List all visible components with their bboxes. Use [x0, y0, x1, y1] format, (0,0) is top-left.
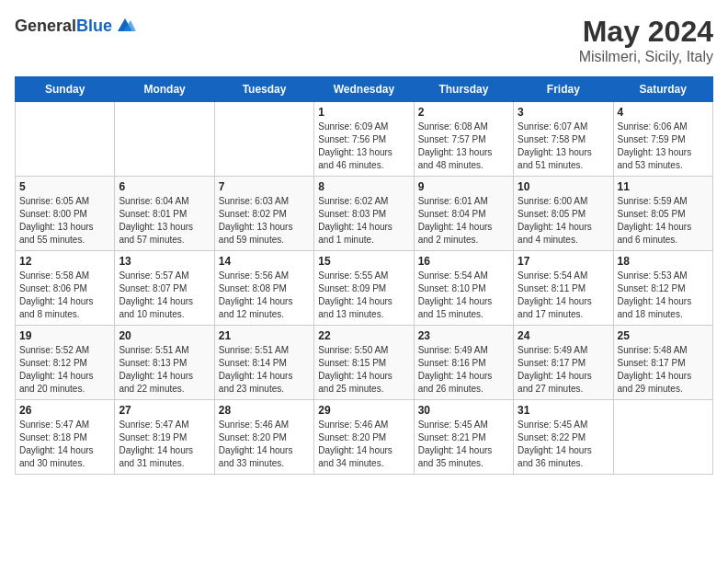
- day-number: 21: [219, 329, 310, 342]
- day-info: Sunrise: 5:47 AM Sunset: 8:19 PM Dayligh…: [119, 419, 210, 470]
- weekday-header-saturday: Saturday: [613, 77, 712, 102]
- day-info: Sunrise: 6:02 AM Sunset: 8:03 PM Dayligh…: [318, 195, 409, 247]
- day-number: 31: [518, 404, 609, 417]
- day-info: Sunrise: 5:46 AM Sunset: 8:20 PM Dayligh…: [318, 419, 409, 470]
- day-info: Sunrise: 6:00 AM Sunset: 8:05 PM Dayligh…: [518, 195, 609, 247]
- day-number: 13: [119, 255, 210, 268]
- day-number: 25: [618, 329, 709, 342]
- day-info: Sunrise: 5:55 AM Sunset: 8:09 PM Dayligh…: [318, 270, 409, 321]
- day-info: Sunrise: 5:57 AM Sunset: 8:07 PM Dayligh…: [119, 270, 210, 321]
- day-number: 17: [518, 255, 609, 268]
- calendar-cell: 16Sunrise: 5:54 AM Sunset: 8:10 PM Dayli…: [414, 251, 513, 326]
- calendar-cell: [214, 102, 313, 177]
- day-info: Sunrise: 5:49 AM Sunset: 8:17 PM Dayligh…: [518, 344, 609, 396]
- day-number: 1: [318, 106, 409, 119]
- calendar-cell: 13Sunrise: 5:57 AM Sunset: 8:07 PM Dayli…: [115, 251, 214, 326]
- day-number: 14: [219, 255, 310, 268]
- day-info: Sunrise: 5:54 AM Sunset: 8:11 PM Dayligh…: [518, 270, 609, 321]
- calendar-cell: 27Sunrise: 5:47 AM Sunset: 8:19 PM Dayli…: [115, 400, 214, 475]
- day-info: Sunrise: 5:58 AM Sunset: 8:06 PM Dayligh…: [19, 270, 110, 321]
- calendar-cell: 2Sunrise: 6:08 AM Sunset: 7:57 PM Daylig…: [414, 102, 513, 177]
- calendar-cell: 30Sunrise: 5:45 AM Sunset: 8:21 PM Dayli…: [414, 400, 513, 475]
- weekday-header-friday: Friday: [514, 77, 613, 102]
- day-number: 8: [318, 180, 409, 193]
- day-number: 30: [418, 404, 509, 417]
- day-info: Sunrise: 6:03 AM Sunset: 8:02 PM Dayligh…: [219, 195, 310, 247]
- calendar-cell: 24Sunrise: 5:49 AM Sunset: 8:17 PM Dayli…: [514, 326, 613, 400]
- calendar-cell: 3Sunrise: 6:07 AM Sunset: 7:58 PM Daylig…: [514, 102, 613, 177]
- calendar-cell: 28Sunrise: 5:46 AM Sunset: 8:20 PM Dayli…: [214, 400, 313, 475]
- calendar-header: SundayMondayTuesdayWednesdayThursdayFrid…: [16, 77, 713, 102]
- day-number: 27: [119, 404, 210, 417]
- day-info: Sunrise: 5:49 AM Sunset: 8:16 PM Dayligh…: [418, 344, 509, 396]
- day-number: 12: [19, 255, 110, 268]
- day-number: 26: [19, 404, 110, 417]
- calendar-cell: 5Sunrise: 6:05 AM Sunset: 8:00 PM Daylig…: [16, 177, 115, 251]
- day-info: Sunrise: 6:07 AM Sunset: 7:58 PM Dayligh…: [518, 121, 609, 172]
- week-row-5: 26Sunrise: 5:47 AM Sunset: 8:18 PM Dayli…: [16, 400, 713, 475]
- day-info: Sunrise: 5:52 AM Sunset: 8:12 PM Dayligh…: [19, 344, 110, 396]
- calendar-cell: 23Sunrise: 5:49 AM Sunset: 8:16 PM Dayli…: [414, 326, 513, 400]
- calendar-cell: 7Sunrise: 6:03 AM Sunset: 8:02 PM Daylig…: [214, 177, 313, 251]
- week-row-3: 12Sunrise: 5:58 AM Sunset: 8:06 PM Dayli…: [16, 251, 713, 326]
- day-info: Sunrise: 6:09 AM Sunset: 7:56 PM Dayligh…: [318, 121, 409, 172]
- day-number: 18: [618, 255, 709, 268]
- day-number: 11: [618, 180, 709, 193]
- day-info: Sunrise: 5:45 AM Sunset: 8:22 PM Dayligh…: [518, 419, 609, 470]
- day-info: Sunrise: 6:08 AM Sunset: 7:57 PM Dayligh…: [418, 121, 509, 172]
- day-info: Sunrise: 5:54 AM Sunset: 8:10 PM Dayligh…: [418, 270, 509, 321]
- weekday-header-sunday: Sunday: [16, 77, 115, 102]
- day-info: Sunrise: 5:46 AM Sunset: 8:20 PM Dayligh…: [219, 419, 310, 470]
- day-info: Sunrise: 5:47 AM Sunset: 8:18 PM Dayligh…: [19, 419, 110, 470]
- day-number: 10: [518, 180, 609, 193]
- calendar-cell: 21Sunrise: 5:51 AM Sunset: 8:14 PM Dayli…: [214, 326, 313, 400]
- calendar-cell: [115, 102, 214, 177]
- calendar-cell: 1Sunrise: 6:09 AM Sunset: 7:56 PM Daylig…: [314, 102, 414, 177]
- weekday-header-tuesday: Tuesday: [214, 77, 313, 102]
- calendar-cell: 31Sunrise: 5:45 AM Sunset: 8:22 PM Dayli…: [514, 400, 613, 475]
- day-number: 15: [318, 255, 409, 268]
- day-number: 24: [518, 329, 609, 342]
- day-number: 22: [318, 329, 409, 342]
- calendar-cell: 6Sunrise: 6:04 AM Sunset: 8:01 PM Daylig…: [115, 177, 214, 251]
- day-number: 9: [418, 180, 509, 193]
- day-number: 28: [219, 404, 310, 417]
- day-info: Sunrise: 5:59 AM Sunset: 8:05 PM Dayligh…: [618, 195, 709, 247]
- day-info: Sunrise: 6:05 AM Sunset: 8:00 PM Dayligh…: [19, 195, 110, 247]
- day-info: Sunrise: 5:45 AM Sunset: 8:21 PM Dayligh…: [418, 419, 509, 470]
- day-number: 2: [418, 106, 509, 119]
- day-number: 20: [119, 329, 210, 342]
- weekday-header-wednesday: Wednesday: [314, 77, 414, 102]
- calendar-cell: 15Sunrise: 5:55 AM Sunset: 8:09 PM Dayli…: [314, 251, 414, 326]
- calendar-cell: 12Sunrise: 5:58 AM Sunset: 8:06 PM Dayli…: [16, 251, 115, 326]
- main-title: May 2024: [579, 15, 713, 49]
- logo-general-text: GeneralBlue: [15, 17, 112, 36]
- day-number: 5: [19, 180, 110, 193]
- title-area: May 2024 Misilmeri, Sicily, Italy: [579, 15, 713, 65]
- day-info: Sunrise: 5:51 AM Sunset: 8:13 PM Dayligh…: [119, 344, 210, 396]
- calendar-cell: 4Sunrise: 6:06 AM Sunset: 7:59 PM Daylig…: [613, 102, 712, 177]
- calendar-cell: 14Sunrise: 5:56 AM Sunset: 8:08 PM Dayli…: [214, 251, 313, 326]
- day-number: 19: [19, 329, 110, 342]
- logo: GeneralBlue: [15, 15, 136, 37]
- week-row-4: 19Sunrise: 5:52 AM Sunset: 8:12 PM Dayli…: [16, 326, 713, 400]
- week-row-1: 1Sunrise: 6:09 AM Sunset: 7:56 PM Daylig…: [16, 102, 713, 177]
- day-info: Sunrise: 5:53 AM Sunset: 8:12 PM Dayligh…: [618, 270, 709, 321]
- weekday-header-thursday: Thursday: [414, 77, 513, 102]
- day-info: Sunrise: 5:48 AM Sunset: 8:17 PM Dayligh…: [618, 344, 709, 396]
- calendar-cell: 18Sunrise: 5:53 AM Sunset: 8:12 PM Dayli…: [613, 251, 712, 326]
- calendar-cell: 9Sunrise: 6:01 AM Sunset: 8:04 PM Daylig…: [414, 177, 513, 251]
- calendar-cell: 29Sunrise: 5:46 AM Sunset: 8:20 PM Dayli…: [314, 400, 414, 475]
- day-info: Sunrise: 5:51 AM Sunset: 8:14 PM Dayligh…: [219, 344, 310, 396]
- day-info: Sunrise: 5:56 AM Sunset: 8:08 PM Dayligh…: [219, 270, 310, 321]
- calendar-table: SundayMondayTuesdayWednesdayThursdayFrid…: [15, 76, 713, 475]
- day-info: Sunrise: 6:01 AM Sunset: 8:04 PM Dayligh…: [418, 195, 509, 247]
- calendar-cell: [16, 102, 115, 177]
- calendar-cell: [613, 400, 712, 475]
- day-number: 29: [318, 404, 409, 417]
- calendar-cell: 25Sunrise: 5:48 AM Sunset: 8:17 PM Dayli…: [613, 326, 712, 400]
- calendar-cell: 20Sunrise: 5:51 AM Sunset: 8:13 PM Dayli…: [115, 326, 214, 400]
- weekday-header-row: SundayMondayTuesdayWednesdayThursdayFrid…: [16, 77, 713, 102]
- subtitle: Misilmeri, Sicily, Italy: [579, 49, 713, 65]
- day-number: 6: [119, 180, 210, 193]
